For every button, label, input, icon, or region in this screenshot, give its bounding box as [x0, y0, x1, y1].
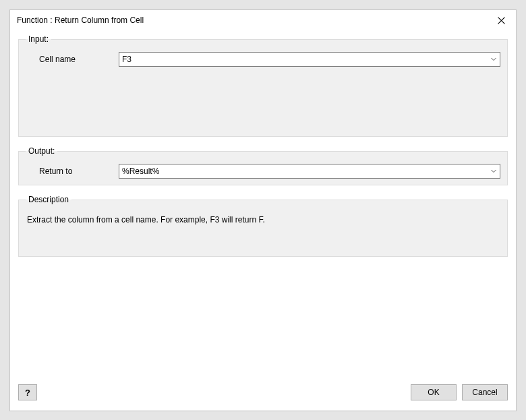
ok-button[interactable]: OK	[411, 384, 457, 400]
dialog-window: Function : Return Column from Cell Input…	[9, 9, 517, 411]
return-to-input[interactable]	[119, 165, 488, 177]
output-group: Output: Return to	[18, 146, 508, 185]
help-button[interactable]: ?	[18, 384, 37, 400]
return-to-dropdown-button[interactable]	[488, 164, 500, 178]
return-to-label: Return to	[26, 167, 113, 176]
cell-name-label: Cell name	[26, 55, 113, 64]
dialog-content: Input: Cell name Output: Return to	[18, 34, 508, 376]
close-button[interactable]	[493, 12, 509, 28]
chevron-down-icon	[491, 169, 496, 173]
return-to-combo[interactable]	[119, 164, 500, 179]
cell-name-combo[interactable]	[119, 52, 500, 67]
return-to-row: Return to	[26, 162, 500, 180]
footer-left: ?	[18, 384, 37, 400]
input-legend: Input:	[26, 34, 51, 44]
dialog-footer: ? OK Cancel	[18, 382, 508, 402]
close-icon	[498, 17, 505, 24]
description-group: Description Extract the column from a ce…	[18, 195, 508, 257]
description-text: Extract the column from a cell name. For…	[26, 211, 500, 229]
description-legend: Description	[26, 195, 71, 204]
cell-name-input[interactable]	[119, 53, 488, 65]
footer-right: OK Cancel	[411, 384, 508, 400]
output-legend: Output:	[26, 146, 57, 156]
input-group: Input: Cell name	[18, 34, 508, 137]
cell-name-dropdown-button[interactable]	[488, 53, 500, 66]
dialog-title: Function : Return Column from Cell	[17, 16, 144, 25]
cell-name-row: Cell name	[26, 51, 500, 68]
chevron-down-icon	[491, 57, 496, 61]
titlebar: Function : Return Column from Cell	[10, 10, 516, 30]
cancel-button[interactable]: Cancel	[462, 384, 508, 400]
